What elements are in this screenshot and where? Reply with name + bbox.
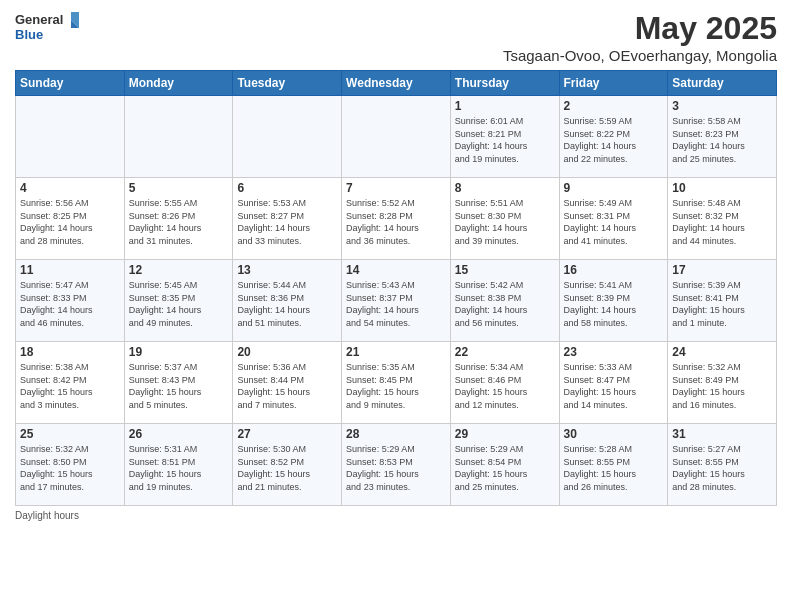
day-number: 17 xyxy=(672,263,772,277)
day-number: 28 xyxy=(346,427,446,441)
day-number: 21 xyxy=(346,345,446,359)
title-block: May 2025 Tsagaan-Ovoo, OEvoerhangay, Mon… xyxy=(503,10,777,64)
day-cell: 14Sunrise: 5:43 AM Sunset: 8:37 PM Dayli… xyxy=(342,260,451,342)
day-number: 13 xyxy=(237,263,337,277)
day-cell: 6Sunrise: 5:53 AM Sunset: 8:27 PM Daylig… xyxy=(233,178,342,260)
day-info: Sunrise: 5:30 AM Sunset: 8:52 PM Dayligh… xyxy=(237,443,337,493)
day-info: Sunrise: 5:53 AM Sunset: 8:27 PM Dayligh… xyxy=(237,197,337,247)
day-info: Sunrise: 5:36 AM Sunset: 8:44 PM Dayligh… xyxy=(237,361,337,411)
day-info: Sunrise: 5:55 AM Sunset: 8:26 PM Dayligh… xyxy=(129,197,229,247)
day-number: 2 xyxy=(564,99,664,113)
day-cell: 21Sunrise: 5:35 AM Sunset: 8:45 PM Dayli… xyxy=(342,342,451,424)
day-cell: 24Sunrise: 5:32 AM Sunset: 8:49 PM Dayli… xyxy=(668,342,777,424)
col-tuesday: Tuesday xyxy=(233,71,342,96)
day-number: 10 xyxy=(672,181,772,195)
day-cell xyxy=(16,96,125,178)
day-info: Sunrise: 5:41 AM Sunset: 8:39 PM Dayligh… xyxy=(564,279,664,329)
day-cell: 15Sunrise: 5:42 AM Sunset: 8:38 PM Dayli… xyxy=(450,260,559,342)
day-number: 25 xyxy=(20,427,120,441)
header: General Blue May 2025 Tsagaan-Ovoo, OEvo… xyxy=(15,10,777,64)
day-number: 14 xyxy=(346,263,446,277)
svg-text:Blue: Blue xyxy=(15,27,43,42)
day-info: Sunrise: 5:52 AM Sunset: 8:28 PM Dayligh… xyxy=(346,197,446,247)
day-info: Sunrise: 5:28 AM Sunset: 8:55 PM Dayligh… xyxy=(564,443,664,493)
week-row-3: 11Sunrise: 5:47 AM Sunset: 8:33 PM Dayli… xyxy=(16,260,777,342)
subtitle: Tsagaan-Ovoo, OEvoerhangay, Mongolia xyxy=(503,47,777,64)
day-cell: 2Sunrise: 5:59 AM Sunset: 8:22 PM Daylig… xyxy=(559,96,668,178)
day-number: 8 xyxy=(455,181,555,195)
day-number: 26 xyxy=(129,427,229,441)
col-monday: Monday xyxy=(124,71,233,96)
day-info: Sunrise: 5:42 AM Sunset: 8:38 PM Dayligh… xyxy=(455,279,555,329)
day-number: 12 xyxy=(129,263,229,277)
day-cell: 31Sunrise: 5:27 AM Sunset: 8:55 PM Dayli… xyxy=(668,424,777,506)
day-number: 27 xyxy=(237,427,337,441)
day-cell: 28Sunrise: 5:29 AM Sunset: 8:53 PM Dayli… xyxy=(342,424,451,506)
day-number: 9 xyxy=(564,181,664,195)
day-cell: 11Sunrise: 5:47 AM Sunset: 8:33 PM Dayli… xyxy=(16,260,125,342)
day-number: 16 xyxy=(564,263,664,277)
day-info: Sunrise: 5:49 AM Sunset: 8:31 PM Dayligh… xyxy=(564,197,664,247)
day-cell: 9Sunrise: 5:49 AM Sunset: 8:31 PM Daylig… xyxy=(559,178,668,260)
day-cell: 13Sunrise: 5:44 AM Sunset: 8:36 PM Dayli… xyxy=(233,260,342,342)
page: General Blue May 2025 Tsagaan-Ovoo, OEvo… xyxy=(0,0,792,612)
day-cell: 7Sunrise: 5:52 AM Sunset: 8:28 PM Daylig… xyxy=(342,178,451,260)
day-cell: 23Sunrise: 5:33 AM Sunset: 8:47 PM Dayli… xyxy=(559,342,668,424)
day-cell xyxy=(124,96,233,178)
day-info: Sunrise: 5:32 AM Sunset: 8:49 PM Dayligh… xyxy=(672,361,772,411)
day-number: 5 xyxy=(129,181,229,195)
day-cell: 18Sunrise: 5:38 AM Sunset: 8:42 PM Dayli… xyxy=(16,342,125,424)
logo: General Blue xyxy=(15,10,85,46)
day-number: 22 xyxy=(455,345,555,359)
footer: Daylight hours xyxy=(15,510,777,521)
day-number: 6 xyxy=(237,181,337,195)
logo-svg: General Blue xyxy=(15,10,85,46)
day-info: Sunrise: 5:37 AM Sunset: 8:43 PM Dayligh… xyxy=(129,361,229,411)
svg-text:General: General xyxy=(15,12,63,27)
day-info: Sunrise: 5:47 AM Sunset: 8:33 PM Dayligh… xyxy=(20,279,120,329)
day-cell: 29Sunrise: 5:29 AM Sunset: 8:54 PM Dayli… xyxy=(450,424,559,506)
day-cell: 3Sunrise: 5:58 AM Sunset: 8:23 PM Daylig… xyxy=(668,96,777,178)
day-cell: 4Sunrise: 5:56 AM Sunset: 8:25 PM Daylig… xyxy=(16,178,125,260)
day-cell: 27Sunrise: 5:30 AM Sunset: 8:52 PM Dayli… xyxy=(233,424,342,506)
day-cell: 5Sunrise: 5:55 AM Sunset: 8:26 PM Daylig… xyxy=(124,178,233,260)
col-wednesday: Wednesday xyxy=(342,71,451,96)
day-number: 20 xyxy=(237,345,337,359)
day-cell: 19Sunrise: 5:37 AM Sunset: 8:43 PM Dayli… xyxy=(124,342,233,424)
day-info: Sunrise: 5:27 AM Sunset: 8:55 PM Dayligh… xyxy=(672,443,772,493)
main-title: May 2025 xyxy=(503,10,777,47)
header-row: Sunday Monday Tuesday Wednesday Thursday… xyxy=(16,71,777,96)
day-number: 1 xyxy=(455,99,555,113)
day-number: 31 xyxy=(672,427,772,441)
day-info: Sunrise: 5:48 AM Sunset: 8:32 PM Dayligh… xyxy=(672,197,772,247)
day-info: Sunrise: 5:29 AM Sunset: 8:53 PM Dayligh… xyxy=(346,443,446,493)
day-info: Sunrise: 5:32 AM Sunset: 8:50 PM Dayligh… xyxy=(20,443,120,493)
day-number: 7 xyxy=(346,181,446,195)
day-info: Sunrise: 5:29 AM Sunset: 8:54 PM Dayligh… xyxy=(455,443,555,493)
day-number: 23 xyxy=(564,345,664,359)
calendar-table: Sunday Monday Tuesday Wednesday Thursday… xyxy=(15,70,777,506)
col-saturday: Saturday xyxy=(668,71,777,96)
week-row-1: 1Sunrise: 6:01 AM Sunset: 8:21 PM Daylig… xyxy=(16,96,777,178)
day-number: 4 xyxy=(20,181,120,195)
day-info: Sunrise: 5:59 AM Sunset: 8:22 PM Dayligh… xyxy=(564,115,664,165)
day-info: Sunrise: 5:43 AM Sunset: 8:37 PM Dayligh… xyxy=(346,279,446,329)
day-number: 15 xyxy=(455,263,555,277)
day-cell: 26Sunrise: 5:31 AM Sunset: 8:51 PM Dayli… xyxy=(124,424,233,506)
day-info: Sunrise: 5:44 AM Sunset: 8:36 PM Dayligh… xyxy=(237,279,337,329)
day-number: 3 xyxy=(672,99,772,113)
col-sunday: Sunday xyxy=(16,71,125,96)
day-cell: 25Sunrise: 5:32 AM Sunset: 8:50 PM Dayli… xyxy=(16,424,125,506)
day-cell: 1Sunrise: 6:01 AM Sunset: 8:21 PM Daylig… xyxy=(450,96,559,178)
day-number: 18 xyxy=(20,345,120,359)
day-info: Sunrise: 5:58 AM Sunset: 8:23 PM Dayligh… xyxy=(672,115,772,165)
day-info: Sunrise: 5:33 AM Sunset: 8:47 PM Dayligh… xyxy=(564,361,664,411)
day-info: Sunrise: 5:38 AM Sunset: 8:42 PM Dayligh… xyxy=(20,361,120,411)
day-number: 19 xyxy=(129,345,229,359)
day-cell: 8Sunrise: 5:51 AM Sunset: 8:30 PM Daylig… xyxy=(450,178,559,260)
day-cell: 20Sunrise: 5:36 AM Sunset: 8:44 PM Dayli… xyxy=(233,342,342,424)
week-row-4: 18Sunrise: 5:38 AM Sunset: 8:42 PM Dayli… xyxy=(16,342,777,424)
day-info: Sunrise: 5:39 AM Sunset: 8:41 PM Dayligh… xyxy=(672,279,772,329)
col-thursday: Thursday xyxy=(450,71,559,96)
day-number: 24 xyxy=(672,345,772,359)
